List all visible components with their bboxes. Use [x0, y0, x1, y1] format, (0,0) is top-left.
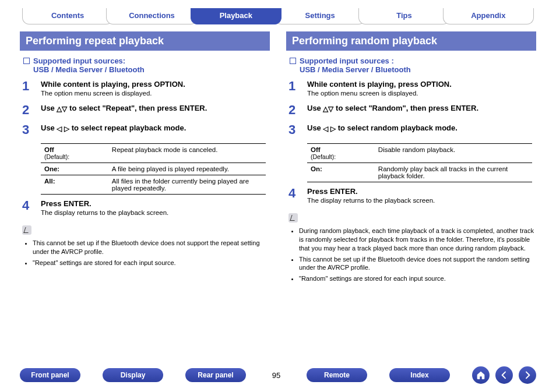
tab-appendix[interactable]: Appendix	[443, 8, 534, 24]
nav-display[interactable]: Display	[103, 368, 163, 382]
mode-default: (Default):	[311, 153, 336, 160]
step-number: 4	[22, 199, 34, 212]
subheading-repeat-text: Supported input sources: USB / Media Ser…	[33, 56, 145, 74]
step-text: to select random playback mode.	[338, 123, 458, 132]
step-title: Use ◁ ▷ to select repeat playback mode.	[41, 123, 270, 132]
next-page-icon[interactable]	[519, 366, 536, 384]
step-number: 1	[22, 80, 34, 93]
square-bullet-icon	[23, 58, 30, 64]
heading-repeat: Performing repeat playback	[20, 31, 270, 51]
step-note: The display returns to the playback scre…	[41, 209, 270, 216]
step-text: Use	[41, 104, 57, 112]
step-4-right: 4 Press ENTER. The display returns to th…	[288, 187, 536, 204]
nav-front-panel[interactable]: Front panel	[20, 368, 80, 382]
list-item: This cannot be set up if the Bluetooth d…	[33, 239, 270, 256]
tab-connections[interactable]: Connections	[106, 8, 197, 24]
table-row: Off(Default): Disable random playback.	[307, 144, 532, 163]
prev-page-icon[interactable]	[495, 366, 513, 384]
mode-desc: Randomly play back all tracks in the cur…	[375, 163, 532, 182]
nav-remote[interactable]: Remote	[307, 368, 367, 382]
square-bullet-icon	[290, 58, 296, 64]
tab-contents[interactable]: Contents	[22, 8, 113, 24]
step-2-left: 2 Use △▽ to select "Repeat", then press …	[22, 104, 270, 116]
mode-default: (Default):	[44, 153, 69, 160]
mode-name: All:	[41, 175, 108, 195]
right-arrow-icon: ▷	[64, 125, 69, 132]
step-1-left: 1 While content is playing, press OPTION…	[22, 80, 270, 97]
step-text: Use	[307, 104, 323, 112]
list-item: "Repeat" settings are stored for each in…	[33, 259, 270, 267]
step-title: While content is playing, press OPTION.	[307, 80, 536, 89]
table-row: One: A file being played is played repea…	[41, 163, 266, 175]
left-arrow-icon: ◁	[323, 125, 328, 132]
step-title: Use ◁ ▷ to select random playback mode.	[307, 123, 536, 132]
mode-name: One:	[41, 163, 108, 175]
list-item: This cannot be set up if the Bluetooth d…	[299, 255, 536, 273]
notes-list-right: During random playback, each time playba…	[291, 227, 536, 283]
subheading-random-sources: Supported input sources : USB / Media Se…	[286, 56, 536, 74]
step-text: Use	[41, 123, 57, 132]
right-arrow-icon: ▷	[330, 125, 336, 132]
list-item: During random playback, each time playba…	[299, 227, 536, 253]
heading-random: Performing random playback	[286, 31, 536, 51]
step-number: 3	[288, 123, 300, 136]
step-text: to select "Repeat", then press ENTER.	[69, 104, 207, 112]
tab-playback[interactable]: Playback	[191, 8, 281, 24]
tab-settings[interactable]: Settings	[275, 8, 365, 24]
bottom-nav: Front panel Display Rear panel 95 Remote…	[0, 366, 556, 384]
down-arrow-icon: ▽	[328, 105, 333, 112]
step-3-right: 3 Use ◁ ▷ to select random playback mode…	[288, 123, 536, 136]
step-number: 3	[22, 123, 34, 136]
mode-desc: All files in the folder currently being …	[108, 175, 266, 195]
step-text: to select "Random", then press ENTER.	[336, 104, 478, 112]
mode-name: Off	[311, 146, 321, 153]
step-title: Use △▽ to select "Repeat", then press EN…	[41, 104, 270, 112]
step-4-left: 4 Press ENTER. The display returns to th…	[22, 199, 270, 216]
step-title: While content is playing, press OPTION.	[41, 80, 270, 89]
mode-name: Off	[44, 146, 54, 153]
mode-name: On:	[307, 163, 375, 182]
home-icon[interactable]	[472, 366, 490, 384]
nav-icon-group	[472, 366, 536, 384]
top-tab-nav: Contents Connections Playback Settings T…	[26, 8, 530, 24]
step-2-right: 2 Use △▽ to select "Random", then press …	[288, 104, 536, 116]
step-note: The option menu screen is displayed.	[307, 90, 536, 97]
subheading-repeat-sources: Supported input sources: USB / Media Ser…	[20, 56, 270, 74]
step-text: Use	[307, 123, 323, 132]
pencil-note-icon	[288, 213, 298, 223]
step-3-left: 3 Use ◁ ▷ to select repeat playback mode…	[22, 123, 270, 136]
mode-desc: A file being played is played repeatedly…	[108, 163, 266, 175]
list-item: "Random" settings are stored for each in…	[299, 274, 536, 283]
notes-list-left: This cannot be set up if the Bluetooth d…	[24, 239, 270, 267]
step-number: 2	[288, 104, 300, 116]
left-arrow-icon: ◁	[57, 125, 62, 132]
step-title: Press ENTER.	[41, 199, 270, 208]
modes-table-repeat: Off(Default): Repeat playback mode is ca…	[41, 143, 266, 195]
table-row: All: All files in the folder currently b…	[41, 175, 266, 195]
subheading-random-text: Supported input sources : USB / Media Se…	[300, 56, 411, 74]
step-note: The option menu screen is displayed.	[41, 90, 270, 97]
mode-desc: Disable random playback.	[375, 144, 532, 163]
step-number: 2	[22, 104, 34, 116]
table-row: On: Randomly play back all tracks in the…	[307, 163, 532, 182]
mode-desc: Repeat playback mode is canceled.	[108, 144, 266, 163]
step-number: 1	[288, 80, 300, 93]
step-title: Press ENTER.	[307, 187, 536, 196]
pencil-note-icon	[22, 225, 31, 235]
step-note: The display returns to the playback scre…	[307, 197, 536, 204]
step-number: 4	[288, 187, 300, 200]
tab-tips[interactable]: Tips	[358, 8, 449, 24]
step-title: Use △▽ to select "Random", then press EN…	[307, 104, 536, 112]
table-row: Off(Default): Repeat playback mode is ca…	[41, 144, 266, 163]
col-random: Performing random playback Supported inp…	[286, 31, 536, 285]
step-text: to select repeat playback mode.	[72, 123, 186, 132]
down-arrow-icon: ▽	[62, 105, 67, 112]
nav-rear-panel[interactable]: Rear panel	[185, 368, 246, 382]
page-number: 95	[268, 371, 284, 380]
nav-index[interactable]: Index	[389, 368, 450, 382]
modes-table-random: Off(Default): Disable random playback. O…	[307, 143, 532, 182]
col-repeat: Performing repeat playback Supported inp…	[20, 31, 270, 285]
step-1-right: 1 While content is playing, press OPTION…	[288, 80, 536, 97]
